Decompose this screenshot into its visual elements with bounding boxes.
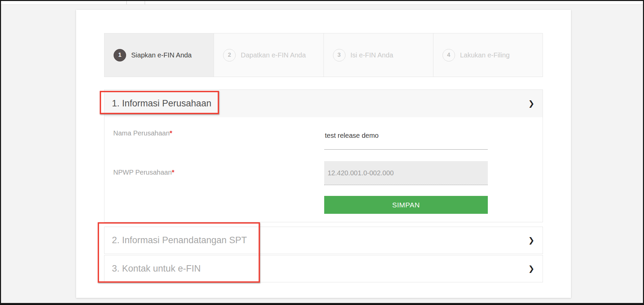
- chevron-right-icon: ❯: [528, 237, 534, 244]
- step-3-label: Isi e-FIN Anda: [351, 51, 393, 59]
- nama-perusahaan-input[interactable]: [324, 127, 488, 150]
- accordion-header-penandatangan-spt[interactable]: 2. Informasi Penandatangan SPT ❯: [104, 227, 543, 254]
- tab-divider: [145, 1, 145, 4]
- step-4-label: Lakukan e-Filing: [460, 51, 510, 59]
- simpan-button[interactable]: SIMPAN: [324, 196, 488, 214]
- wizard-stepper: 1 Siapkan e-FIN Anda 2 Dapatkan e-FIN An…: [104, 33, 543, 77]
- section-2-title: 2. Informasi Penandatangan SPT: [112, 235, 247, 246]
- step-1-siapkan-efin: 1 Siapkan e-FIN Anda: [104, 33, 214, 77]
- npwp-perusahaan-input: [324, 161, 488, 185]
- chevron-right-icon: ❯: [528, 265, 534, 273]
- required-asterisk: *: [172, 169, 174, 176]
- step-2-number-badge: 2: [223, 49, 236, 61]
- step-3-number-badge: 3: [333, 49, 345, 61]
- tab-divider: [126, 1, 127, 4]
- required-asterisk: *: [170, 129, 172, 137]
- step-4-number-badge: 4: [443, 49, 455, 61]
- step-4-lakukan-efiling: 4 Lakukan e-Filing: [433, 33, 543, 77]
- npwp-perusahaan-label: NPWP Perusahaan*: [113, 169, 174, 176]
- step-2-dapatkan-efin: 2 Dapatkan e-FIN Anda: [214, 33, 324, 77]
- browser-tab-strip: [1, 1, 643, 5]
- page: 1 Siapkan e-FIN Anda 2 Dapatkan e-FIN An…: [0, 0, 644, 305]
- step-1-number-badge: 1: [114, 49, 126, 61]
- informasi-perusahaan-form: Nama Perusahaan* NPWP Perusahaan* SIMPAN: [104, 117, 543, 222]
- npwp-perusahaan-label-text: NPWP Perusahaan: [113, 169, 172, 176]
- step-3-isi-efin: 3 Isi e-FIN Anda: [324, 33, 433, 77]
- step-2-label: Dapatkan e-FIN Anda: [241, 51, 306, 59]
- nama-perusahaan-label-text: Nama Perusahaan: [113, 129, 170, 137]
- chevron-right-icon: ❯: [528, 100, 534, 107]
- accordion-header-kontak-efin[interactable]: 3. Kontak untuk e-FIN ❯: [104, 255, 543, 282]
- section-3-title: 3. Kontak untuk e-FIN: [112, 263, 201, 274]
- accordion-header-informasi-perusahaan[interactable]: 1. Informasi Perusahaan ❯: [104, 90, 543, 118]
- section-1-title: 1. Informasi Perusahaan: [112, 98, 211, 109]
- step-1-label: Siapkan e-FIN Anda: [131, 51, 192, 59]
- nama-perusahaan-label: Nama Perusahaan*: [113, 129, 172, 137]
